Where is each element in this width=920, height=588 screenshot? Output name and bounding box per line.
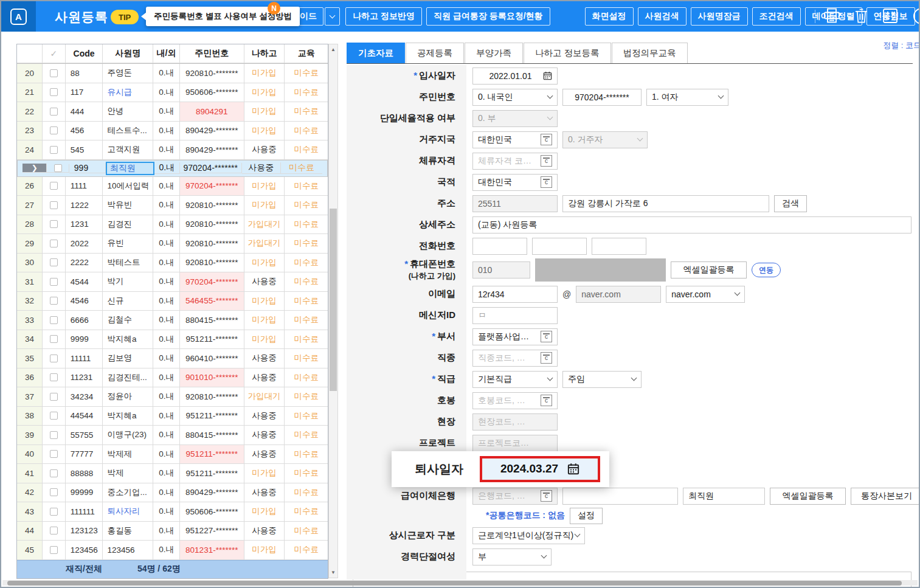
mobile-prefix-input[interactable]: 010: [472, 261, 530, 278]
link-pill-button[interactable]: 연동: [752, 263, 781, 277]
row-checkbox[interactable]: [50, 469, 58, 477]
scroll-up-icon[interactable]: ▲: [329, 45, 337, 54]
department-input[interactable]: 플랫폼사업… c: [472, 328, 558, 345]
account-number-input[interactable]: [562, 488, 678, 505]
print-icon[interactable]: [823, 8, 840, 26]
calendar-icon[interactable]: [567, 463, 579, 475]
tab-item[interactable]: 법정의무교육: [612, 43, 688, 63]
stay-status-input[interactable]: 체류자격 코… c: [472, 153, 558, 170]
table-row[interactable]: 24545고객지원0.내890429-*******사용중미수료: [17, 140, 328, 160]
phone-input-1[interactable]: [472, 238, 527, 255]
nationality-input[interactable]: 대한민국 c: [472, 174, 558, 191]
tab-item[interactable]: 공제등록: [406, 43, 464, 63]
bankbook-view-button[interactable]: 통장사본보기: [851, 488, 920, 505]
row-checkbox[interactable]: [50, 258, 58, 266]
row-checkbox[interactable]: [50, 546, 58, 554]
table-row[interactable]: 2088주영돈0.내920810-*******미가입미수료: [17, 64, 328, 83]
table-row[interactable]: 292022유빈0.내920810-*******가입대기미수료: [17, 234, 328, 254]
job-type-input[interactable]: 직종코드, … c: [472, 350, 558, 367]
delete-icon[interactable]: [854, 8, 868, 26]
table-row[interactable]: 22444안녕0.내8904291미가입미수료: [17, 102, 328, 122]
phone-input-2[interactable]: [532, 238, 587, 255]
position-type-select[interactable]: 기본직급: [472, 371, 558, 388]
row-checkbox[interactable]: [50, 220, 58, 228]
row-checkbox[interactable]: [50, 88, 58, 96]
row-checkbox[interactable]: [50, 393, 58, 401]
code-search-icon[interactable]: c: [541, 490, 552, 502]
email-domain-input[interactable]: naver.com: [576, 286, 661, 303]
row-checkbox[interactable]: [50, 450, 58, 458]
row-checkbox[interactable]: [50, 316, 58, 324]
row-checkbox[interactable]: [50, 278, 58, 286]
table-row[interactable]: 26111110에서입력0.내970204-*******미가입미수료: [17, 177, 328, 196]
row-checkbox[interactable]: [50, 108, 58, 116]
tip-badge[interactable]: TIP: [111, 10, 139, 24]
regular-worker-select[interactable]: 근로계약1년이상(정규직): [472, 527, 585, 544]
row-checkbox[interactable]: [50, 508, 58, 516]
table-row[interactable]: 271222박유빈0.내920810-*******미가입미수료: [17, 196, 328, 215]
email-id-input[interactable]: 12r434: [472, 286, 558, 303]
header-name[interactable]: 사원명: [103, 44, 153, 63]
horizontal-scrollbar[interactable]: [2, 580, 918, 586]
calculator-icon[interactable]: [882, 8, 898, 26]
career-break-select[interactable]: 부: [472, 548, 552, 566]
row-checkbox[interactable]: [50, 335, 58, 343]
code-search-icon[interactable]: c: [541, 395, 552, 406]
hobong-input[interactable]: 호봉코드, … c: [472, 392, 558, 409]
zip-code-input[interactable]: 25511: [472, 195, 558, 212]
scroll-down-icon[interactable]: ▼: [329, 568, 337, 577]
mobile-number-redacted[interactable]: [535, 258, 666, 282]
position-select[interactable]: 주임: [562, 371, 642, 388]
residence-country-input[interactable]: 대한민국 c: [472, 131, 558, 148]
table-row[interactable]: 44123123홍길동0.내951227-*******사용중미수료: [17, 522, 328, 541]
row-checkbox[interactable]: [50, 373, 58, 381]
excel-bulk-register-button[interactable]: 엑셀일괄등록: [671, 261, 747, 278]
table-row[interactable]: 3734234정윤아0.내920810-*******가입대기미수료: [17, 387, 328, 407]
header-select-all[interactable]: ✓: [43, 44, 66, 63]
table-row[interactable]: 3955755이맹구(23)0.내880415-*******사용중미수료: [17, 426, 328, 445]
bank-code-setting-button[interactable]: 설정: [570, 508, 603, 524]
table-scrollbar[interactable]: ▲ ▼: [328, 44, 338, 578]
address-detail-input[interactable]: (교동) 사원등록: [472, 216, 911, 233]
table-row[interactable]: 43111111퇴사자리0.내950606-*******미가입미수료: [17, 502, 328, 522]
row-checkbox[interactable]: [50, 126, 58, 134]
table-row[interactable]: 3611231김경진테...0.내901010-*******사용중미수료: [17, 368, 328, 388]
row-checkbox[interactable]: [50, 412, 58, 420]
table-row[interactable]: 3511111김보영0.내960410-*******사용중미수료: [17, 349, 328, 368]
row-checkbox[interactable]: [50, 182, 58, 190]
excel-bulk-register-button[interactable]: 엑셀일괄등록: [770, 488, 846, 505]
leave-date-input[interactable]: 2024.03.27: [480, 456, 600, 482]
header-nahago[interactable]: 나하고: [244, 44, 285, 63]
horizontal-scrollbar-thumb[interactable]: [7, 581, 902, 586]
table-row[interactable]: 3844544박지혜a0.내951211-*******사용중미수료: [17, 407, 328, 426]
row-checkbox[interactable]: [54, 164, 62, 172]
address-input[interactable]: 강원 강릉시 가작로 6: [562, 195, 769, 212]
code-search-icon[interactable]: c: [541, 155, 552, 167]
header-edu[interactable]: 교육: [285, 44, 328, 63]
scrollbar-thumb[interactable]: [330, 209, 337, 391]
tab-item[interactable]: 부양가족: [465, 43, 523, 63]
tab-item[interactable]: 나하고 정보등록: [524, 43, 611, 63]
table-row[interactable]: 302222박테스트0.내920810-*******미가입미수료: [17, 254, 328, 273]
table-row[interactable]: 281231김경진0.내920810-*******가입대기미수료: [17, 215, 328, 235]
table-row[interactable]: 349999박지혜a0.내951211-*******미가입미수료: [17, 330, 328, 350]
table-row[interactable]: 4077777박제제0.내951211-*******사용중미수료: [17, 445, 328, 465]
code-search-icon[interactable]: c: [541, 134, 552, 145]
table-row[interactable]: 314544박기0.내970204-*******사용중미수료: [17, 272, 328, 292]
table-row[interactable]: 4188888박제0.내951211-*******미가입미수료: [17, 464, 328, 483]
row-checkbox[interactable]: [50, 355, 58, 362]
row-checkbox[interactable]: [50, 488, 58, 496]
header-jumin[interactable]: 주민번호: [180, 44, 244, 63]
jumin-number-input[interactable]: 970204-*******: [562, 89, 642, 106]
toolbar-button[interactable]: 화면설정: [585, 7, 634, 26]
tab-active[interactable]: 기초자료: [347, 43, 405, 63]
jumin-type-select[interactable]: 0. 내국인: [472, 89, 558, 106]
table-row[interactable]: ❯999최직원0.내970204-*******사용중미수료: [17, 160, 328, 177]
toolbar-button[interactable]: 사원검색: [638, 7, 687, 26]
email-domain-select[interactable]: naver.com: [666, 286, 745, 303]
toolbar-button[interactable]: 나하고 정보반영: [345, 7, 422, 26]
row-checkbox[interactable]: [50, 240, 58, 247]
table-row[interactable]: 23456테스트수...0.내890429-*******미가입미수료: [17, 122, 328, 141]
address-search-button[interactable]: 검색: [774, 195, 807, 212]
messenger-id-input[interactable]: ㅁ: [472, 307, 558, 324]
